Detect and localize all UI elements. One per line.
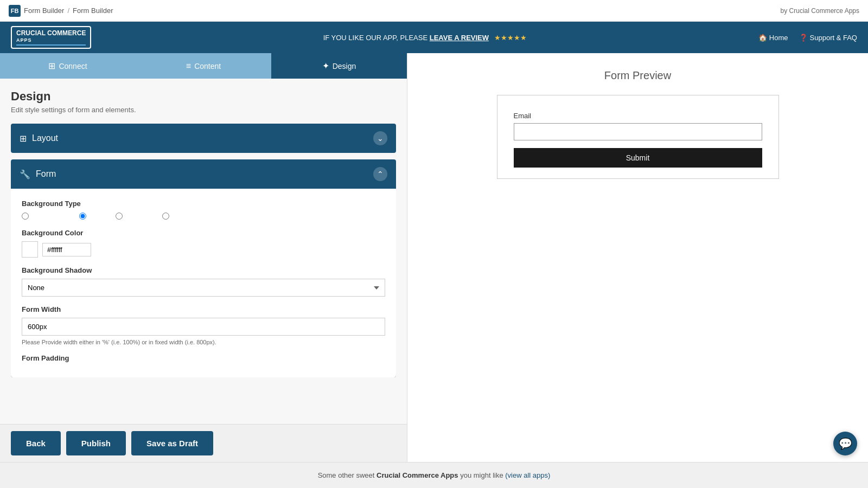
tab-connect[interactable]: ⊞ Connect xyxy=(0,53,136,79)
nav-right: 🏠 Home ❓ Support & FAQ xyxy=(758,34,857,42)
connect-icon: ⊞ xyxy=(48,61,55,71)
main-layout: ⊞ Connect ≡ Content ✦ Design Design Edit… xyxy=(0,53,868,462)
radio-image[interactable]: Image xyxy=(162,212,192,220)
layout-icon: ⊞ xyxy=(20,133,27,144)
footer-text-middle: you might like xyxy=(460,471,503,479)
breadcrumb-right-text: by Crucial Commerce Apps xyxy=(781,7,859,15)
app-icon: FB xyxy=(9,5,21,17)
tab-design[interactable]: ✦ Design xyxy=(271,53,407,79)
preview-title: Form Preview xyxy=(604,69,671,82)
logo-area[interactable]: CRUCIAL COMMERCE APPS xyxy=(11,26,91,48)
form-accordion-left: 🔧 Form xyxy=(20,169,56,179)
color-swatch[interactable] xyxy=(22,241,38,258)
radio-image-input[interactable] xyxy=(162,213,169,220)
publish-button[interactable]: Publish xyxy=(66,431,126,455)
tab-content[interactable]: ≡ Content xyxy=(136,53,271,79)
logo-line1: CRUCIAL COMMERCE xyxy=(16,29,86,37)
footer-text-prefix: Some other sweet xyxy=(318,471,375,479)
breadcrumb-item2[interactable]: Form Builder xyxy=(73,7,113,15)
content-area: Design Edit style settings of form and e… xyxy=(0,79,407,424)
form-accordion: 🔧 Form ⌃ Background Type Transparent xyxy=(11,159,396,377)
form-accordion-body: Background Type Transparent Color Gra xyxy=(11,189,396,377)
radio-gradient-label: Gradient xyxy=(125,212,152,220)
support-icon: ❓ xyxy=(799,34,808,42)
action-bar: Back Publish Save as Draft xyxy=(0,424,407,462)
star-rating: ★★★★★ xyxy=(494,34,527,42)
logo-box: CRUCIAL COMMERCE APPS xyxy=(11,26,91,48)
shadow-select[interactable]: None Small Medium Large xyxy=(22,279,385,297)
layout-accordion: ⊞ Layout ⌄ xyxy=(11,124,396,153)
form-width-input[interactable] xyxy=(22,318,385,336)
form-width-label: Form Width xyxy=(22,305,385,313)
top-nav: CRUCIAL COMMERCE APPS IF YOU LIKE OUR AP… xyxy=(0,22,868,53)
form-chevron: ⌃ xyxy=(373,167,387,181)
section-subtitle: Edit style settings of form and elements… xyxy=(11,106,396,114)
form-width-hint: Please Provide width either in '%' (i.e.… xyxy=(22,339,385,345)
save-draft-button[interactable]: Save as Draft xyxy=(131,431,213,455)
bg-type-radio-group: Transparent Color Gradient Image xyxy=(22,212,385,220)
color-value-input[interactable] xyxy=(42,243,91,256)
footer: Some other sweet Crucial Commerce Apps y… xyxy=(0,462,868,488)
form-preview-box: Email Submit xyxy=(497,95,779,179)
section-title: Design xyxy=(11,89,396,104)
footer-brand: Crucial Commerce Apps xyxy=(376,471,458,479)
leave-review-link[interactable]: LEAVE A REVIEW xyxy=(430,34,489,42)
radio-gradient[interactable]: Gradient xyxy=(116,212,152,220)
radio-transparent[interactable]: Transparent xyxy=(22,212,69,220)
chat-bubble[interactable]: 💬 xyxy=(833,432,857,455)
layout-chevron: ⌄ xyxy=(373,131,387,145)
support-nav[interactable]: ❓ Support & FAQ xyxy=(799,34,857,42)
breadcrumb-bar: FB Form Builder / Form Builder by Crucia… xyxy=(0,0,868,22)
preview-submit-button[interactable]: Submit xyxy=(514,148,762,168)
logo-line2: APPS xyxy=(16,37,86,43)
preview-email-label: Email xyxy=(514,112,762,120)
layout-label: Layout xyxy=(32,133,58,143)
home-nav[interactable]: 🏠 Home xyxy=(758,34,788,42)
footer-view-all-link[interactable]: (view all apps) xyxy=(505,471,550,479)
bg-color-row xyxy=(22,241,385,258)
radio-image-label: Image xyxy=(172,212,192,220)
nav-promo: IF YOU LIKE OUR APP, PLEASE LEAVE A REVI… xyxy=(323,34,527,42)
breadcrumb: FB Form Builder / Form Builder xyxy=(9,5,113,17)
radio-transparent-input[interactable] xyxy=(22,213,29,220)
form-accordion-header[interactable]: 🔧 Form ⌃ xyxy=(11,159,396,189)
radio-gradient-input[interactable] xyxy=(116,213,123,220)
tab-design-label: Design xyxy=(333,62,356,70)
form-icon: 🔧 xyxy=(20,169,30,179)
design-icon: ✦ xyxy=(322,61,329,71)
breadcrumb-item1[interactable]: Form Builder xyxy=(24,7,64,15)
content-icon: ≡ xyxy=(186,61,191,71)
breadcrumb-separator: / xyxy=(67,7,69,15)
logo-underline xyxy=(16,44,86,46)
tab-connect-label: Connect xyxy=(59,62,87,70)
home-icon: 🏠 xyxy=(758,34,767,42)
bg-type-label: Background Type xyxy=(22,200,385,208)
bg-shadow-label: Background Shadow xyxy=(22,266,385,274)
preview-email-input[interactable] xyxy=(514,123,762,140)
radio-color-input[interactable] xyxy=(79,213,86,220)
back-button[interactable]: Back xyxy=(11,431,61,455)
radio-color[interactable]: Color xyxy=(79,212,106,220)
tab-content-label: Content xyxy=(194,62,221,70)
left-panel: ⊞ Connect ≡ Content ✦ Design Design Edit… xyxy=(0,53,407,462)
radio-color-label: Color xyxy=(89,212,106,220)
radio-transparent-label: Transparent xyxy=(31,212,69,220)
bg-color-label: Background Color xyxy=(22,229,385,237)
form-label: Form xyxy=(36,169,56,179)
layout-accordion-header[interactable]: ⊞ Layout ⌄ xyxy=(11,124,396,153)
right-panel: Form Preview Email Submit xyxy=(407,53,868,462)
promo-text: IF YOU LIKE OUR APP, PLEASE xyxy=(323,34,427,42)
form-padding-label: Form Padding xyxy=(22,354,385,362)
tabs-row: ⊞ Connect ≡ Content ✦ Design xyxy=(0,53,407,79)
layout-accordion-left: ⊞ Layout xyxy=(20,133,58,144)
chat-icon: 💬 xyxy=(839,437,852,450)
